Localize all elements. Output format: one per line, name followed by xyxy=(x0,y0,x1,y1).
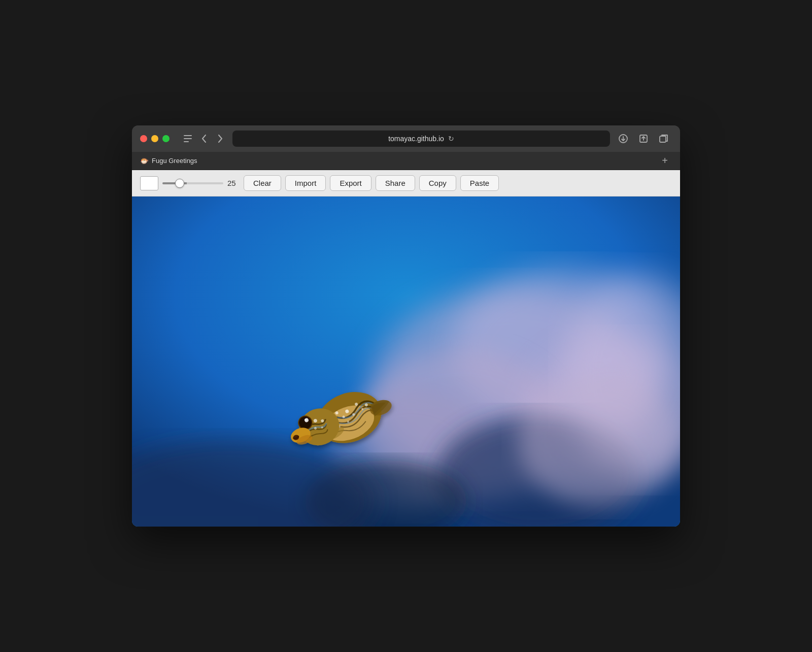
browser-toolbar-right xyxy=(615,131,672,147)
address-bar[interactable]: tomayac.github.io ↻ xyxy=(232,131,610,147)
title-bar: tomayac.github.io ↻ xyxy=(132,125,680,152)
reload-button[interactable]: ↻ xyxy=(448,135,454,143)
maximize-button[interactable] xyxy=(162,135,170,142)
share-button[interactable] xyxy=(635,131,652,147)
paste-button[interactable]: Paste xyxy=(460,175,499,191)
color-picker[interactable] xyxy=(140,176,158,190)
import-button[interactable]: Import xyxy=(285,175,326,191)
canvas-area[interactable] xyxy=(132,197,680,527)
slider-value-label: 25 xyxy=(227,179,240,187)
svg-rect-1 xyxy=(184,138,192,139)
svg-rect-2 xyxy=(184,141,189,142)
active-tab[interactable]: 🐡 Fugu Greetings xyxy=(140,157,197,165)
svg-rect-0 xyxy=(184,135,192,136)
browser-window: tomayac.github.io ↻ xyxy=(132,125,680,527)
url-text: tomayac.github.io xyxy=(388,135,444,143)
tab-bar: 🐡 Fugu Greetings + xyxy=(132,152,680,170)
svg-rect-5 xyxy=(660,136,666,142)
brush-size-slider[interactable] xyxy=(162,182,223,184)
close-button[interactable] xyxy=(140,135,147,142)
fish-scene xyxy=(132,197,680,527)
traffic-lights xyxy=(140,135,170,142)
clear-button[interactable]: Clear xyxy=(244,175,281,191)
share-app-button[interactable]: Share xyxy=(376,175,415,191)
export-button[interactable]: Export xyxy=(330,175,371,191)
svg-point-15 xyxy=(518,374,680,506)
back-button[interactable] xyxy=(197,132,211,146)
forward-button[interactable] xyxy=(213,132,227,146)
copy-button[interactable]: Copy xyxy=(419,175,456,191)
tabs-button[interactable] xyxy=(656,131,672,147)
brush-size-slider-container: 25 xyxy=(162,179,240,187)
download-button[interactable] xyxy=(615,131,631,147)
nav-buttons xyxy=(179,132,227,146)
new-tab-button[interactable]: + xyxy=(658,154,672,168)
tab-emoji: 🐡 xyxy=(140,157,149,165)
app-toolbar: 25 Clear Import Export Share Copy Paste xyxy=(132,170,680,197)
tab-title: Fugu Greetings xyxy=(152,157,197,165)
sidebar-toggle-button[interactable] xyxy=(181,132,195,146)
minimize-button[interactable] xyxy=(151,135,158,142)
